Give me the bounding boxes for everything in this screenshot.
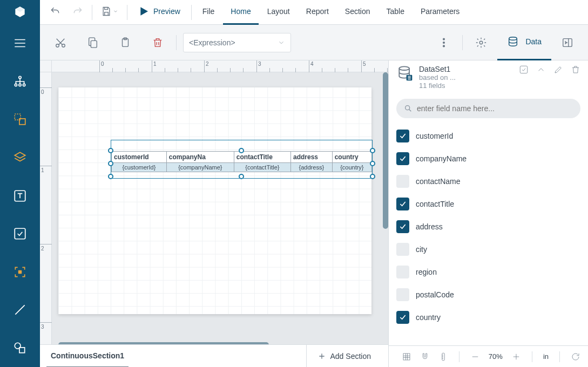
svg-rect-10 bbox=[19, 348, 25, 353]
collapse-icon[interactable] bbox=[536, 65, 546, 74]
field-checkbox[interactable] bbox=[396, 130, 409, 142]
dataset-name: DataSet1 bbox=[419, 65, 513, 73]
table-cell[interactable]: {address} bbox=[290, 163, 332, 172]
field-label: contactTitle bbox=[416, 200, 454, 208]
field-checkbox[interactable] bbox=[396, 243, 409, 256]
menu-parameters[interactable]: Parameters bbox=[413, 0, 467, 25]
table-header[interactable]: country bbox=[332, 152, 371, 163]
menu-home[interactable]: Home bbox=[223, 0, 258, 25]
field-item[interactable]: address bbox=[396, 215, 580, 238]
field-checkbox[interactable] bbox=[396, 220, 409, 233]
collapse-panel-button[interactable] bbox=[555, 30, 580, 56]
copy-button[interactable] bbox=[80, 30, 106, 56]
add-section-button[interactable]: Add Section bbox=[306, 345, 382, 368]
rail-line[interactable] bbox=[0, 291, 40, 329]
dataset-source: based on ... bbox=[419, 73, 513, 81]
delete-dataset-icon[interactable] bbox=[571, 65, 580, 74]
menu-report[interactable]: Report bbox=[299, 0, 336, 25]
menu-layout[interactable]: Layout bbox=[260, 0, 298, 25]
rail-shapes[interactable] bbox=[0, 329, 40, 367]
field-label: customerId bbox=[416, 132, 453, 140]
field-checkbox[interactable] bbox=[396, 152, 409, 165]
cut-button[interactable] bbox=[48, 30, 73, 56]
table-header[interactable]: companyNa bbox=[166, 152, 234, 163]
table-header[interactable]: customerId bbox=[112, 152, 167, 163]
measure-icon[interactable] bbox=[438, 352, 448, 362]
design-canvas[interactable]: customerIdcompanyNacontactTitleaddressco… bbox=[52, 72, 388, 344]
selection-handle[interactable] bbox=[108, 148, 113, 153]
vertical-scrollbar[interactable] bbox=[383, 72, 388, 229]
selection-handle[interactable] bbox=[370, 174, 375, 179]
field-item[interactable]: contactTitle bbox=[396, 193, 580, 215]
expression-select[interactable]: <Expression> bbox=[183, 33, 291, 52]
field-checkbox[interactable] bbox=[396, 288, 409, 301]
selection-handle[interactable] bbox=[239, 148, 244, 153]
field-checkbox[interactable] bbox=[396, 311, 409, 324]
svg-rect-24 bbox=[520, 66, 528, 73]
rail-text[interactable] bbox=[0, 176, 40, 215]
rail-layers[interactable] bbox=[0, 139, 40, 177]
table-cell[interactable]: {contactTitle} bbox=[234, 163, 290, 172]
horizontal-scrollbar[interactable] bbox=[58, 342, 269, 344]
data-tab[interactable]: Data bbox=[497, 25, 551, 60]
menu-file[interactable]: File bbox=[195, 0, 222, 25]
field-label: city bbox=[416, 245, 427, 254]
table-header[interactable]: contactTitle bbox=[234, 152, 290, 163]
field-item[interactable]: city bbox=[396, 238, 580, 261]
zoom-in-button[interactable] bbox=[511, 352, 521, 362]
table-cell[interactable]: {country} bbox=[332, 163, 371, 172]
report-table[interactable]: customerIdcompanyNacontactTitleaddressco… bbox=[111, 151, 372, 172]
menu-table[interactable]: Table bbox=[379, 0, 412, 25]
undo-button[interactable] bbox=[44, 0, 66, 25]
report-page[interactable]: customerIdcompanyNacontactTitleaddressco… bbox=[58, 87, 371, 314]
section-tab[interactable]: ContinuousSection1 bbox=[46, 345, 129, 368]
rail-checkbox[interactable] bbox=[0, 215, 40, 253]
field-label: address bbox=[416, 222, 443, 231]
field-checkbox[interactable] bbox=[396, 198, 409, 210]
selection-handle[interactable] bbox=[239, 174, 244, 179]
status-bar: 70% in bbox=[389, 345, 588, 367]
data-panel: DataSet1 based on ... 11 fields cu bbox=[388, 60, 588, 367]
snap-icon[interactable] bbox=[420, 352, 430, 362]
edit-icon[interactable] bbox=[553, 65, 563, 74]
field-item[interactable]: companyName bbox=[396, 147, 580, 170]
table-cell[interactable]: {customerId} bbox=[112, 163, 167, 172]
table-cell[interactable]: {companyName} bbox=[166, 163, 234, 172]
unit-label[interactable]: in bbox=[543, 352, 549, 361]
field-checkbox[interactable] bbox=[396, 175, 409, 188]
rail-focus[interactable] bbox=[0, 253, 40, 291]
field-item[interactable]: region bbox=[396, 261, 580, 283]
selection-handle[interactable] bbox=[370, 161, 375, 166]
more-button[interactable] bbox=[431, 30, 457, 56]
preview-button[interactable]: Preview bbox=[131, 0, 188, 25]
field-search-input[interactable] bbox=[417, 104, 573, 113]
selection-handle[interactable] bbox=[370, 148, 375, 153]
left-rail bbox=[0, 0, 40, 367]
field-search[interactable] bbox=[396, 99, 580, 118]
field-checkbox[interactable] bbox=[396, 266, 409, 278]
svg-rect-7 bbox=[15, 228, 25, 239]
field-item[interactable]: customerId bbox=[396, 125, 580, 147]
validate-icon[interactable] bbox=[519, 65, 529, 74]
field-item[interactable]: contactName bbox=[396, 170, 580, 193]
menu-section[interactable]: Section bbox=[337, 0, 378, 25]
rail-hierarchy[interactable] bbox=[0, 63, 40, 101]
delete-button[interactable] bbox=[145, 30, 171, 56]
svg-point-25 bbox=[405, 106, 410, 110]
settings-button[interactable] bbox=[468, 30, 494, 56]
refresh-icon[interactable] bbox=[571, 352, 580, 362]
selection-handle[interactable] bbox=[108, 161, 113, 166]
field-item[interactable]: country bbox=[396, 306, 580, 329]
paste-button[interactable] bbox=[112, 30, 138, 56]
zoom-out-button[interactable] bbox=[470, 352, 480, 362]
rail-group[interactable] bbox=[0, 100, 40, 139]
selection-handle[interactable] bbox=[108, 174, 113, 179]
redo-button[interactable] bbox=[67, 0, 89, 25]
table-header[interactable]: address bbox=[290, 152, 332, 163]
rail-menu[interactable] bbox=[0, 24, 40, 63]
save-button[interactable] bbox=[96, 0, 124, 25]
field-item[interactable]: postalCode bbox=[396, 283, 580, 306]
field-label: country bbox=[416, 313, 441, 322]
field-label: postalCode bbox=[416, 290, 454, 299]
grid-icon[interactable] bbox=[402, 352, 411, 362]
